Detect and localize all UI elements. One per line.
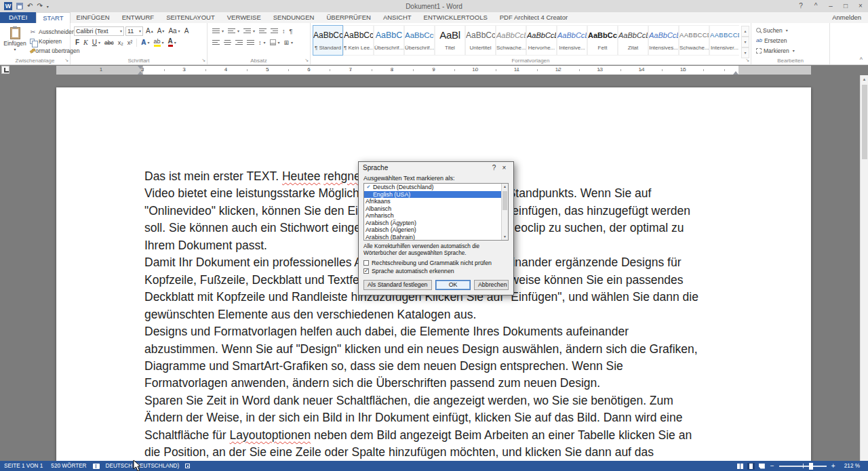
- style-untertitel[interactable]: AaBbCcCUntertitel: [465, 25, 496, 56]
- language-option-arabisch-bahrain[interactable]: Arabisch (Bahrain): [364, 234, 508, 241]
- style-kein-lee[interactable]: AaBbCcDc¶ Kein Lee...: [343, 25, 374, 56]
- text-line[interactable]: Sparen Sie Zeit in Word dank neuer Schal…: [144, 392, 811, 409]
- language-option-arabisch-algerien[interactable]: Arabisch (Algerien): [364, 226, 508, 234]
- scroll-down-icon[interactable]: ▼: [502, 234, 508, 240]
- style-überschrif[interactable]: AaBbCcCÜberschrif...: [404, 25, 435, 56]
- font-color-button[interactable]: A ▾: [167, 37, 178, 47]
- replace-button[interactable]: ab Ersetzen: [753, 35, 827, 45]
- decrease-indent-button[interactable]: [258, 26, 268, 36]
- cut-button[interactable]: ✂ Ausschneiden: [29, 27, 68, 36]
- scroll-up-icon[interactable]: ▲: [502, 184, 508, 190]
- gallery-scroll-up-button[interactable]: ▴: [741, 26, 749, 37]
- tab-pdf-architect-4-creator[interactable]: PDF Architect 4 Creator: [494, 12, 574, 23]
- strikethrough-button[interactable]: abc: [103, 37, 115, 47]
- paste-button[interactable]: Einfügen ▾: [3, 26, 27, 55]
- style-intensiver[interactable]: AABBCCDIIntensiver...: [709, 25, 739, 56]
- sign-in[interactable]: Anmelden: [832, 12, 868, 23]
- font-size-select[interactable]: 11 ▾: [125, 26, 143, 36]
- dialog-titlebar[interactable]: Sprache ? ×: [359, 162, 513, 173]
- zoom-slider-thumb[interactable]: [809, 463, 813, 470]
- page-indicator[interactable]: SEITE 1 VON 1: [0, 463, 47, 469]
- listbox-scrollbar[interactable]: ▲ ▼: [501, 184, 508, 240]
- bullets-button[interactable]: ▾: [211, 26, 225, 36]
- proofing-status-icon[interactable]: [93, 464, 100, 469]
- hanging-indent-marker[interactable]: [138, 71, 143, 75]
- set-default-button[interactable]: Als Standard festlegen: [363, 280, 432, 290]
- clear-formatting-button[interactable]: A: [183, 26, 191, 36]
- tab-überprüfen[interactable]: ÜBERPRÜFEN: [320, 12, 376, 23]
- line-spacing-button[interactable]: ↕▾: [257, 37, 267, 47]
- align-left-button[interactable]: [211, 37, 221, 47]
- first-line-indent-marker[interactable]: [138, 66, 143, 69]
- tab-einfügen[interactable]: EINFÜGEN: [71, 12, 116, 23]
- paragraph-dialog-launcher[interactable]: ↘: [304, 58, 309, 63]
- word-count[interactable]: 520 WÖRTER: [47, 463, 90, 469]
- borders-button[interactable]: ⊞▾: [283, 37, 295, 47]
- font-dialog-launcher[interactable]: ↘: [201, 58, 205, 63]
- qat-customize-icon[interactable]: ▾: [47, 4, 49, 9]
- minimize-button[interactable]: –: [823, 0, 838, 12]
- vertical-scrollbar[interactable]: ▴: [860, 75, 868, 461]
- gallery-more-button[interactable]: ▾: [741, 47, 749, 58]
- align-right-button[interactable]: [234, 37, 244, 47]
- save-icon[interactable]: [16, 3, 23, 9]
- web-layout-button[interactable]: [758, 463, 766, 470]
- find-button[interactable]: Suchen ▾: [753, 25, 827, 35]
- dialog-help-button[interactable]: ?: [489, 164, 499, 171]
- dialog-close-button[interactable]: ×: [499, 164, 509, 171]
- change-case-button[interactable]: Aa ▾: [167, 26, 181, 36]
- font-family-select[interactable]: Calibri (Text ▾: [74, 26, 124, 36]
- close-button[interactable]: ×: [853, 0, 868, 12]
- bold-button[interactable]: F: [74, 37, 81, 47]
- format-painter-button[interactable]: Format übertragen: [29, 46, 68, 55]
- style-zitat[interactable]: AaBbCcDcZitat: [618, 25, 648, 56]
- style-standard[interactable]: AaBbCcDc¶ Standard: [313, 25, 343, 56]
- styles-dialog-launcher[interactable]: ↘: [745, 58, 749, 63]
- paragraph-marks-button[interactable]: ¶: [288, 26, 294, 36]
- scrollbar-thumb[interactable]: [862, 85, 867, 159]
- sort-button[interactable]: ↕: [281, 26, 287, 36]
- collapse-ribbon-button[interactable]: ^: [860, 56, 863, 63]
- macro-record-icon[interactable]: [185, 464, 190, 468]
- ok-button[interactable]: OK: [435, 280, 471, 290]
- tab-seitenlayout[interactable]: SEITENLAYOUT: [160, 12, 221, 23]
- detect-language-checkbox[interactable]: [363, 268, 369, 274]
- style-schwache[interactable]: AaBbCcDcSchwache...: [496, 25, 526, 56]
- no-proof-checkbox[interactable]: [363, 260, 369, 266]
- text-line[interactable]: abzustimmen. Wenn Sie auf "Design" klick…: [144, 341, 811, 358]
- tab-sendungen[interactable]: SENDUNGEN: [267, 12, 321, 23]
- text-line[interactable]: Designs und Formatvorlagen helfen auch d…: [144, 323, 811, 340]
- text-line[interactable]: Schaltfläche für Layoutoptionen neben de…: [144, 427, 811, 444]
- copy-button[interactable]: Kopieren: [29, 37, 68, 45]
- scrollbar-thumb[interactable]: [502, 191, 507, 210]
- redo-icon[interactable]: ↷: [37, 2, 42, 10]
- scroll-up-icon[interactable]: ▴: [861, 75, 868, 83]
- grow-font-button[interactable]: A ▴: [144, 26, 155, 36]
- italic-button[interactable]: K: [82, 37, 90, 47]
- align-center-button[interactable]: [222, 37, 233, 47]
- zoom-slider[interactable]: [779, 466, 827, 467]
- language-option-albanisch[interactable]: Albanisch: [364, 205, 508, 213]
- underline-button[interactable]: U ▾: [91, 37, 102, 47]
- cancel-button[interactable]: Abbrechen: [474, 280, 509, 290]
- language-option-afrikaans[interactable]: Afrikaans: [364, 198, 508, 205]
- tab-entwurf[interactable]: ENTWURF: [116, 12, 161, 23]
- superscript-button[interactable]: x²: [126, 37, 134, 47]
- ruler-bar[interactable]: 123456789101112131415: [56, 66, 811, 75]
- language-option-deutsch-deutschland[interactable]: ✔Deutsch (Deutschland): [364, 184, 508, 191]
- tab-entwicklertools[interactable]: ENTWICKLERTOOLS: [418, 12, 494, 23]
- tab-ansicht[interactable]: ANSICHT: [377, 12, 418, 23]
- language-option-amharisch[interactable]: Amharisch: [364, 212, 508, 220]
- shrink-font-button[interactable]: A ▾: [156, 26, 166, 36]
- language-option-arabisch-ägypten[interactable]: Arabisch (Ägypten): [364, 220, 508, 227]
- tab-verweise[interactable]: VERWEISE: [221, 12, 267, 23]
- gallery-scroll-down-button[interactable]: ▾: [741, 37, 749, 47]
- text-line[interactable]: Ändern der Weise, in der sich ein Bild i…: [144, 409, 811, 426]
- subscript-button[interactable]: x₂: [117, 37, 125, 47]
- help-button[interactable]: ?: [793, 0, 808, 12]
- right-indent-marker[interactable]: [733, 71, 738, 75]
- print-layout-button[interactable]: [747, 463, 755, 470]
- text-line[interactable]: gewünschten Elemente aus den verschieden…: [144, 306, 811, 323]
- multilevel-list-button[interactable]: ▾: [242, 26, 256, 36]
- restore-button[interactable]: □: [838, 0, 853, 12]
